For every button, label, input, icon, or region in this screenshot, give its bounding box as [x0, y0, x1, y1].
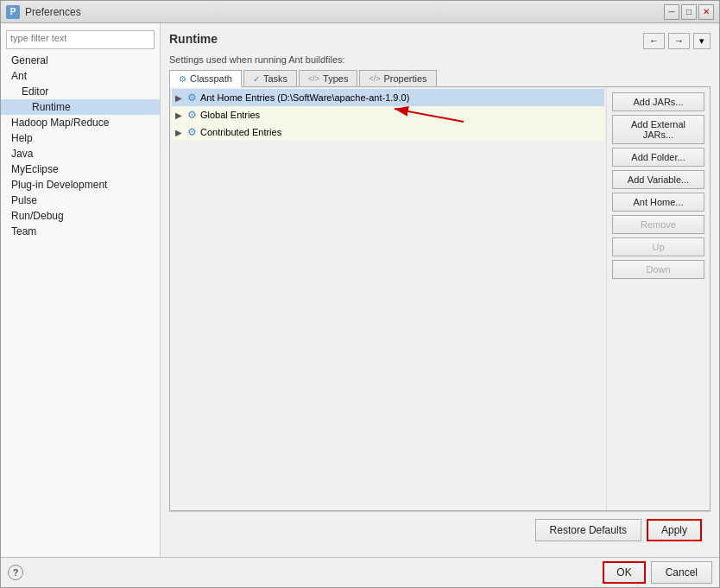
cp-entry-global[interactable]: ▶ ⚙ Global Entries [172, 106, 604, 123]
tasks-tab-icon: ✓ [253, 74, 260, 84]
sidebar-item-help[interactable]: Help [1, 130, 160, 146]
apply-button[interactable]: Apply [647, 519, 702, 541]
up-button[interactable]: Up [612, 237, 704, 256]
tasks-tab-label: Tasks [263, 73, 287, 84]
down-button[interactable]: Down [612, 260, 704, 279]
expand-icon-3[interactable]: ▶ [175, 128, 184, 137]
types-tab-label: Types [323, 73, 348, 84]
classpath-tab-icon: ⚙ [179, 74, 186, 84]
ok-button[interactable]: OK [603, 561, 645, 584]
bottom-actions: Restore Defaults Apply [169, 511, 711, 548]
sidebar-item-rundebug[interactable]: Run/Debug [1, 208, 160, 224]
tab-content: ▶ ⚙ Ant Home Entries (D:\SoftWare\apache… [169, 87, 711, 511]
settings-description: Settings used when running Ant buildfile… [169, 54, 711, 65]
tab-tasks[interactable]: ✓ Tasks [243, 70, 297, 86]
side-buttons-panel: Add JARs... Add External JARs... Add Fol… [606, 87, 710, 510]
nav-controls: ← → ▾ [643, 33, 711, 49]
footer-bar: ? OK Cancel [1, 557, 719, 587]
close-button[interactable]: ✕ [698, 4, 714, 20]
add-folder-button[interactable]: Add Folder... [612, 148, 704, 167]
tab-properties[interactable]: </> Properties [359, 70, 436, 86]
classpath-list: ▶ ⚙ Ant Home Entries (D:\SoftWare\apache… [170, 87, 606, 510]
cp-entry-label-2: Global Entries [200, 110, 260, 120]
sidebar-item-runtime[interactable]: Runtime [1, 99, 160, 115]
filter-input[interactable] [10, 33, 150, 43]
cp-entry-ant-home[interactable]: ▶ ⚙ Ant Home Entries (D:\SoftWare\apache… [172, 89, 604, 106]
back-button[interactable]: ← [643, 33, 665, 49]
add-external-jars-button[interactable]: Add External JARs... [612, 115, 704, 144]
sidebar-item-hadoop[interactable]: Hadoop Map/Reduce [1, 115, 160, 130]
remove-button[interactable]: Remove [612, 215, 704, 234]
classpath-entry-icon: ⚙ [187, 92, 197, 104]
forward-button[interactable]: → [668, 33, 690, 49]
maximize-button[interactable]: □ [681, 4, 697, 20]
expand-icon-2[interactable]: ▶ [175, 111, 184, 120]
main-panel: Runtime ← → ▾ Settings used when running… [161, 23, 719, 557]
cancel-button[interactable]: Cancel [651, 561, 712, 584]
cp-entry-contributed[interactable]: ▶ ⚙ Contributed Entries [172, 123, 604, 141]
properties-tab-label: Properties [383, 73, 426, 84]
filter-box[interactable] [6, 30, 155, 49]
help-button[interactable]: ? [8, 565, 23, 580]
sidebar-item-team[interactable]: Team [1, 224, 160, 239]
window-title: Preferences [25, 6, 659, 18]
restore-defaults-button[interactable]: Restore Defaults [535, 519, 641, 541]
sidebar-item-editor[interactable]: Editor [1, 84, 160, 99]
add-variable-button[interactable]: Add Variable... [612, 170, 704, 189]
ant-home-button[interactable]: Ant Home... [612, 193, 704, 212]
sidebar-item-ant[interactable]: Ant [1, 68, 160, 84]
sidebar-item-pulse[interactable]: Pulse [1, 193, 160, 208]
window-icon: P [6, 5, 20, 19]
minimize-button[interactable]: ─ [664, 4, 679, 20]
tab-types[interactable]: </> Types [299, 70, 357, 86]
title-bar: P Preferences ─ □ ✕ [1, 1, 719, 23]
expand-icon[interactable]: ▶ [175, 93, 184, 103]
types-tab-icon: </> [308, 74, 319, 83]
window-controls: ─ □ ✕ [664, 4, 714, 20]
classpath-entry-icon-3: ⚙ [187, 126, 197, 138]
cp-entry-label: Ant Home Entries (D:\SoftWare\apache-ant… [200, 92, 409, 103]
sidebar-item-general[interactable]: General [1, 53, 160, 68]
page-title: Runtime [169, 32, 218, 46]
classpath-entry-icon-2: ⚙ [187, 109, 197, 121]
tab-classpath[interactable]: ⚙ Classpath [169, 70, 242, 87]
sidebar-item-java[interactable]: Java [1, 146, 160, 161]
properties-tab-icon: </> [369, 74, 380, 83]
preferences-window: P Preferences ─ □ ✕ General Ant Editor R… [0, 0, 720, 588]
footer-actions: OK Cancel [28, 561, 712, 584]
sidebar: General Ant Editor Runtime Hadoop Map/Re… [1, 23, 161, 557]
classpath-tab-label: Classpath [190, 73, 232, 84]
dropdown-button[interactable]: ▾ [693, 33, 711, 49]
sidebar-item-plugin[interactable]: Plug-in Development [1, 177, 160, 193]
sidebar-item-myeclipse[interactable]: MyEclipse [1, 161, 160, 177]
add-jars-button[interactable]: Add JARs... [612, 92, 704, 111]
content-area: General Ant Editor Runtime Hadoop Map/Re… [1, 23, 719, 557]
tab-bar: ⚙ Classpath ✓ Tasks </> Types </> Proper… [169, 70, 711, 87]
cp-entry-label-3: Contributed Entries [200, 127, 281, 137]
